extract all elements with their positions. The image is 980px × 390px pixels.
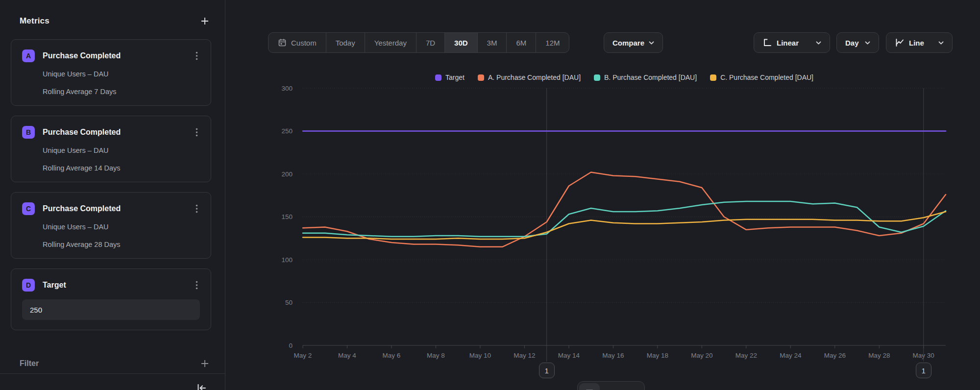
sidebar-header: Metrics: [20, 15, 211, 27]
x-axis-label: May 16: [602, 352, 624, 359]
x-axis-label: May 4: [338, 352, 356, 359]
metric-badge-d: D: [22, 279, 35, 292]
x-axis-label: May 22: [735, 352, 757, 359]
legend-item-target[interactable]: Target: [435, 73, 465, 81]
x-axis-label: May 26: [824, 352, 846, 359]
series-line-b: [303, 201, 946, 237]
metric-menu-button[interactable]: [194, 279, 200, 292]
metric-title: Purchase Completed: [43, 204, 194, 213]
annotation-badge[interactable]: 1: [539, 363, 555, 378]
legend-item-b[interactable]: B. Purchase Completed [DAU]: [594, 73, 697, 81]
metric-menu-button[interactable]: [194, 202, 200, 215]
metric-rollup: Rolling Average 14 Days: [43, 164, 200, 172]
metric-card-c[interactable]: C Purchase Completed Unique Users – DAU …: [11, 192, 211, 259]
collapse-sidebar-button[interactable]: [196, 383, 207, 390]
metric-title: Target: [43, 281, 194, 290]
layout-table-only-button[interactable]: [622, 383, 643, 390]
metric-badge-c: C: [22, 202, 35, 215]
layout-toggle-group: [577, 381, 645, 390]
metric-rollup: Rolling Average 7 Days: [43, 88, 200, 96]
y-axis-label: 0: [289, 342, 293, 349]
series-line-c: [303, 212, 946, 239]
chart-panel: Custom Today Yesterday 7D 30D 3M 6M 12M …: [226, 0, 980, 390]
x-axis-label: May 14: [558, 352, 580, 359]
add-metric-button[interactable]: [198, 15, 211, 27]
x-axis-label: May 28: [868, 352, 890, 359]
metrics-explorer-app: { "sidebar": { "title": "Metrics", "filt…: [0, 0, 980, 390]
legend-swatch: [710, 74, 716, 81]
chart-legend: Target A. Purchase Completed [DAU] B. Pu…: [303, 72, 946, 83]
legend-label: Target: [445, 73, 465, 81]
x-axis-label: May 18: [647, 352, 668, 359]
x-axis-label: May 2: [294, 352, 312, 359]
metric-menu-button[interactable]: [194, 126, 200, 139]
metric-menu-button[interactable]: [194, 49, 200, 62]
x-axis-label: May 10: [469, 352, 491, 359]
metric-measure: Unique Users – DAU: [43, 70, 200, 78]
kebab-icon: [196, 204, 198, 213]
filter-title: Filter: [20, 359, 39, 368]
legend-label: B. Purchase Completed [DAU]: [604, 73, 697, 81]
legend-label: A. Purchase Completed [DAU]: [488, 73, 581, 81]
y-axis-label: 150: [281, 213, 293, 220]
sidebar-divider: [0, 373, 225, 374]
x-axis-label: May 12: [514, 352, 535, 359]
filter-section-header: Filter: [20, 358, 211, 369]
metric-rollup: Rolling Average 28 Days: [43, 241, 200, 248]
y-axis-label: 50: [285, 299, 293, 306]
metric-title: Purchase Completed: [43, 51, 194, 60]
x-axis-label: May 8: [427, 352, 445, 359]
metric-measure: Unique Users – DAU: [43, 146, 200, 154]
kebab-icon: [196, 281, 198, 290]
legend-item-c[interactable]: C. Purchase Completed [DAU]: [710, 73, 813, 81]
add-filter-button[interactable]: [198, 357, 211, 370]
collapse-left-icon: [196, 383, 207, 390]
x-axis-label: May 24: [780, 352, 802, 359]
kebab-icon: [196, 128, 198, 137]
metric-badge-b: B: [22, 126, 35, 139]
metric-measure: Unique Users – DAU: [43, 223, 200, 231]
metric-card-a[interactable]: A Purchase Completed Unique Users – DAU …: [11, 39, 211, 106]
layout-split-button[interactable]: [601, 383, 621, 390]
legend-swatch: [435, 74, 441, 81]
metric-card-b[interactable]: B Purchase Completed Unique Users – DAU …: [11, 116, 211, 182]
line-chart-canvas[interactable]: 050100150200250300May 2May 4May 6May 8Ma…: [226, 0, 980, 390]
y-axis-label: 200: [281, 171, 293, 178]
x-axis-label: May 20: [691, 352, 712, 359]
target-value-input[interactable]: 250: [22, 299, 200, 320]
metric-card-d-target[interactable]: D Target 250: [11, 268, 211, 330]
legend-label: C. Purchase Completed [DAU]: [720, 73, 813, 81]
metric-title: Purchase Completed: [43, 128, 194, 137]
layout-chart-only-button[interactable]: [579, 383, 600, 390]
legend-swatch: [594, 74, 600, 81]
sidebar-title: Metrics: [20, 16, 49, 26]
x-axis-label: May 6: [383, 352, 401, 359]
metrics-sidebar: Metrics A Purchase Completed Unique User…: [0, 0, 225, 390]
y-axis-label: 250: [281, 127, 293, 135]
plus-icon: [200, 17, 209, 25]
y-axis-label: 100: [281, 256, 293, 264]
series-line-a: [303, 172, 946, 247]
y-axis-label: 300: [281, 85, 293, 92]
plus-icon: [200, 359, 209, 368]
metric-badge-a: A: [22, 49, 35, 62]
legend-swatch: [478, 74, 484, 81]
legend-item-a[interactable]: A. Purchase Completed [DAU]: [478, 73, 581, 81]
annotation-badge[interactable]: 1: [916, 363, 931, 378]
kebab-icon: [196, 51, 198, 60]
